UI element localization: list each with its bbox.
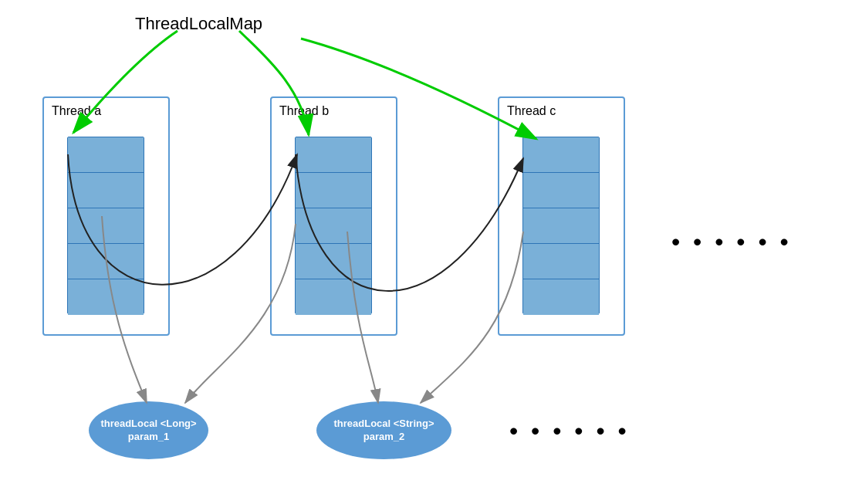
- thread-b-label: Thread b: [279, 104, 329, 118]
- thread-c-row-3: [523, 208, 599, 244]
- thread-a-row-5: [68, 279, 144, 315]
- thread-c-label: Thread c: [507, 104, 556, 118]
- diagram-container: ThreadLocalMap Thread a Thread b Thread …: [0, 0, 852, 504]
- thread-b-box: Thread b: [270, 96, 397, 336]
- oval-threadlocal-string: threadLocal <String> param_2: [316, 401, 451, 459]
- thread-c-inner: [522, 137, 600, 314]
- thread-a-row-1: [68, 137, 144, 173]
- thread-c-row-2: [523, 173, 599, 208]
- thread-b-row-2: [296, 173, 371, 208]
- thread-c-row-4: [523, 244, 599, 279]
- thread-c-row-1: [523, 137, 599, 173]
- thread-b-inner: [295, 137, 372, 314]
- thread-c-box: Thread c: [498, 96, 625, 336]
- thread-b-row-4: [296, 244, 371, 279]
- thread-a-row-4: [68, 244, 144, 279]
- thread-b-row-5: [296, 279, 371, 315]
- title-label: ThreadLocalMap: [135, 14, 262, 34]
- thread-a-box: Thread a: [42, 96, 170, 336]
- thread-a-row-2: [68, 173, 144, 208]
- oval-threadlocal-long: threadLocal <Long> param_1: [89, 401, 208, 459]
- dots-right: • • • • • •: [671, 228, 792, 256]
- thread-b-row-1: [296, 137, 371, 173]
- thread-a-inner: [67, 137, 144, 314]
- thread-c-row-5: [523, 279, 599, 315]
- thread-b-row-3: [296, 208, 371, 244]
- thread-a-row-3: [68, 208, 144, 244]
- dots-bottom: • • • • • •: [509, 417, 630, 445]
- thread-a-label: Thread a: [52, 104, 101, 118]
